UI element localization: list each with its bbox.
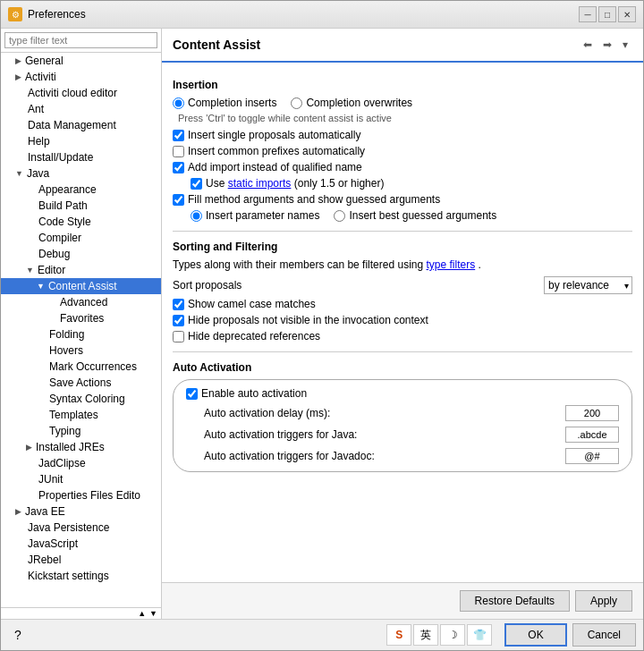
tree-item-label: Compiler: [26, 232, 81, 244]
enable-auto-activation-label: Enable auto activation: [201, 387, 307, 400]
tree-item-label: Help: [15, 135, 50, 148]
tree-item-general[interactable]: ▶ General: [1, 53, 161, 69]
toggle-note: Press 'Ctrl' to toggle while content ass…: [178, 113, 632, 123]
toolbar-menu-button[interactable]: ▾: [618, 36, 632, 54]
tree-item-javascript[interactable]: JavaScript: [1, 536, 161, 552]
tree-item-folding[interactable]: Folding: [1, 326, 161, 342]
completion-inserts-radio[interactable]: [173, 97, 184, 109]
ok-button[interactable]: OK: [504, 623, 566, 647]
filter-box: [1, 29, 161, 53]
sort-dropdown[interactable]: by relevance alphabetically: [544, 276, 632, 294]
hide-deprecated-row: Hide deprecated references: [173, 330, 632, 342]
type-filters-link[interactable]: type filters: [427, 258, 476, 271]
enable-auto-activation-checkbox[interactable]: [186, 388, 198, 400]
tree-item-hovers[interactable]: Hovers: [1, 342, 161, 359]
insert-single-checkbox[interactable]: [173, 130, 184, 141]
tree-item-label: Content Assist: [48, 280, 117, 292]
tree-item-java[interactable]: ▼ Java: [1, 165, 161, 182]
insert-best-guessed-label: Insert best guessed arguments: [349, 209, 496, 222]
fill-method-checkbox[interactable]: [173, 194, 184, 206]
delay-input[interactable]: [565, 405, 619, 421]
insert-single-row: Insert single proposals automatically: [173, 129, 632, 141]
enable-auto-activation-row: Enable auto activation: [186, 387, 619, 400]
tree-item-advanced[interactable]: Advanced: [1, 294, 161, 310]
insert-param-names-radio[interactable]: [191, 210, 202, 222]
tree-item-java-ee[interactable]: ▶ Java EE: [1, 503, 161, 520]
completion-overwrites-radio[interactable]: [291, 97, 302, 109]
tree-item-label: Properties Files Edito: [26, 489, 140, 502]
use-static-imports-checkbox[interactable]: [191, 178, 202, 190]
javadoc-triggers-input[interactable]: [565, 448, 619, 464]
cancel-button[interactable]: Cancel: [572, 623, 636, 647]
tree-item-syntax-coloring[interactable]: Syntax Coloring: [1, 391, 161, 407]
tree-item-label: Typing: [37, 425, 80, 437]
close-button[interactable]: ✕: [618, 6, 636, 22]
right-panel: Content Assist ⬅ ➡ ▾ Insertion Completio…: [162, 29, 643, 619]
apply-button[interactable]: Apply: [575, 590, 632, 612]
delay-label: Auto activation delay (ms):: [204, 407, 565, 419]
moon-icon[interactable]: ☽: [440, 624, 465, 646]
tree-item-label: Ant: [15, 103, 44, 115]
minimize-button[interactable]: ─: [579, 6, 597, 22]
tree-item-appearance[interactable]: Appearance: [1, 182, 161, 198]
tree-item-ant[interactable]: Ant: [1, 101, 161, 117]
tree-item-compiler[interactable]: Compiler: [1, 230, 161, 246]
insert-param-names-label: Insert parameter names: [206, 209, 319, 222]
section-divider-2: [173, 351, 632, 352]
tree-item-junit[interactable]: JUnit: [1, 471, 161, 487]
insert-common-checkbox[interactable]: [173, 146, 184, 157]
s-icon[interactable]: S: [386, 624, 411, 646]
sort-proposals-label: Sort proposals: [173, 279, 242, 292]
static-imports-link[interactable]: static imports: [228, 177, 292, 190]
tree-item-code-style[interactable]: Code Style: [1, 214, 161, 230]
forward-button[interactable]: ➡: [598, 36, 616, 54]
tree-item-debug[interactable]: Debug: [1, 246, 161, 262]
show-camel-case-checkbox[interactable]: [173, 299, 184, 310]
tree-item-editor[interactable]: ▼ Editor: [1, 262, 161, 278]
sort-proposals-row: Sort proposals by relevance alphabetical…: [173, 276, 632, 294]
completion-inserts-label: Completion inserts: [188, 97, 276, 109]
tree-item-installed-jres[interactable]: ▶ Installed JREs: [1, 439, 161, 455]
expand-arrow: ▼: [15, 169, 23, 178]
tree-item-activiti-cloud[interactable]: Activiti cloud editor: [1, 85, 161, 101]
scroll-up-arrow[interactable]: ▲: [136, 609, 148, 618]
filter-input[interactable]: [4, 32, 157, 48]
javadoc-triggers-row: Auto activation triggers for Javadoc:: [204, 448, 619, 464]
tree-item-label: Debug: [26, 248, 70, 260]
java-triggers-label: Auto activation triggers for Java:: [204, 428, 565, 441]
tree-item-mark-occurrences[interactable]: Mark Occurrences: [1, 359, 161, 375]
tree-item-label: Syntax Coloring: [37, 393, 125, 405]
hide-not-visible-checkbox[interactable]: [173, 315, 184, 326]
tree-item-build-path[interactable]: Build Path: [1, 198, 161, 214]
tree-item-jadclipse[interactable]: JadClipse: [1, 455, 161, 471]
shirt-icon[interactable]: 👕: [467, 624, 492, 646]
hide-deprecated-checkbox[interactable]: [173, 331, 184, 342]
tree-item-content-assist[interactable]: ▼ Content Assist: [1, 278, 161, 294]
tree-item-jrebel[interactable]: JRebel: [1, 552, 161, 568]
tree-item-java-persistence[interactable]: Java Persistence: [1, 520, 161, 536]
footer-left: ?: [8, 625, 28, 645]
scroll-down-arrow[interactable]: ▼: [148, 609, 159, 618]
back-button[interactable]: ⬅: [579, 36, 597, 54]
tree-item-label: Kickstart settings: [15, 570, 109, 582]
java-triggers-input[interactable]: [565, 427, 619, 443]
tree-item-save-actions[interactable]: Save Actions: [1, 375, 161, 391]
chinese-input-icon[interactable]: 英: [413, 624, 438, 646]
tree-item-favorites[interactable]: Favorites: [1, 310, 161, 326]
maximize-button[interactable]: □: [598, 6, 616, 22]
tree-item-data-mgmt[interactable]: Data Management: [1, 117, 161, 133]
tree-item-activiti[interactable]: ▶ Activiti: [1, 69, 161, 85]
tree-item-typing[interactable]: Typing: [1, 423, 161, 439]
tree-item-label: Hovers: [37, 344, 83, 357]
section-divider-1: [173, 231, 632, 232]
tree-item-kickstart[interactable]: Kickstart settings: [1, 568, 161, 584]
add-import-checkbox[interactable]: [173, 162, 184, 173]
tree-item-help[interactable]: Help: [1, 133, 161, 149]
restore-defaults-button[interactable]: Restore Defaults: [460, 590, 570, 612]
completion-radio-group: Completion inserts Completion overwrites: [173, 97, 632, 109]
tree-item-install-update[interactable]: Install/Update: [1, 149, 161, 165]
tree-item-properties-files[interactable]: Properties Files Edito: [1, 487, 161, 503]
tree-item-templates[interactable]: Templates: [1, 407, 161, 423]
help-icon[interactable]: ?: [8, 625, 28, 645]
insert-best-guessed-radio[interactable]: [334, 210, 345, 222]
